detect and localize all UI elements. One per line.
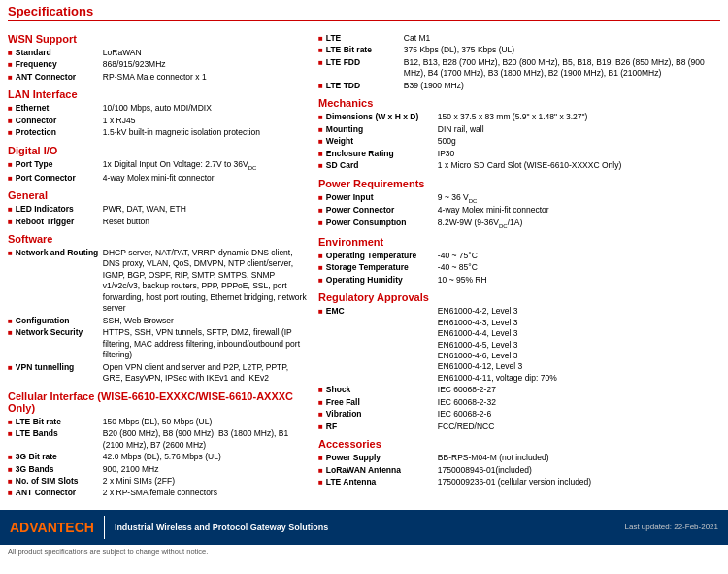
cell-3g-bitrate-row: ■ 3G Bit rate 42.0 Mbps (DL), 5.76 Mbps … [8,452,309,462]
wsn-ant-label: ANT Connector [16,72,103,83]
section-lan: LAN Interface [8,88,309,100]
mech-dim-row: ■ Dimensions (W x H x D) 150 x 37.5 x 83… [318,112,720,122]
bullet-icon: ■ [8,249,13,257]
reg-vibration-label: Vibration [326,409,438,420]
bullet-icon: ■ [8,218,13,226]
section-accessories: Accessories [318,438,720,450]
section-wsn-support: WSN Support [8,33,309,45]
sw-net-routing-label: Network and Routing [16,248,103,258]
reg-freefall-label: Free Fall [326,397,438,408]
lte-subsection: ■ LTE Cat M1 ■ LTE Bit rate 375 Kbps (DL… [318,33,720,91]
bullet-icon: ■ [318,206,323,215]
mech-dim-label: Dimensions (W x H x D) [326,112,438,122]
cell-ant-row: ■ ANT Connector 2 x RP-SMA female connec… [8,488,309,498]
lte-tdd-row: ■ LTE TDD B39 (1900 MHz) [318,81,720,91]
section-cellular: Cellular Interface (WISE-6610-EXXXC/WISE… [8,390,309,414]
reg-emc-value: EN61000-4-2, Level 3 EN61000-4-3, Level … [438,306,720,384]
bullet-icon: ■ [318,219,323,227]
bullet-icon: ■ [318,398,323,407]
bullet-icon: ■ [318,125,323,134]
gen-reboot-value: Reset button [103,217,309,227]
mech-sd-value: 1 x Micro SD Card Slot (WISE-6610-XXXXC … [438,160,720,171]
section-power: Power Requirements [318,178,720,189]
wsn-frequency-row: ■ Frequency 868/915/923MHz [8,59,309,70]
mech-enc-label: Enclosure Rating [326,149,438,159]
section-digital-io: Digital I/O [8,145,309,156]
pwr-connector-label: Power Connector [326,205,438,216]
gen-led-label: LED Indicators [16,204,103,215]
content-area: WSN Support ■ Standard LoRaWAN ■ Frequen… [0,27,728,504]
bullet-icon: ■ [8,477,13,486]
pwr-input-label: Power Input [326,192,438,203]
footer-divider [104,516,105,539]
reg-freefall-row: ■ Free Fall IEC 60068-2-32 [318,397,720,408]
bullet-icon: ■ [318,478,323,487]
env-storagetemp-label: Storage Temperature [326,262,438,273]
env-humidity-label: Operating Humidity [326,275,438,286]
dio-porttype-value: 1x Digital Input On Voltage: 2.7V to 36V… [103,159,309,172]
pwr-connector-value: 4-way Molex mini-fit connector [438,205,720,216]
cell-lte-bands-row: ■ LTE Bands B20 (800 MHz), B8 (900 MHz),… [8,428,309,451]
bullet-icon: ■ [8,160,13,169]
mech-weight-value: 500g [438,136,720,147]
acc-psu-label: Power Supply [326,453,438,463]
sw-net-routing-value: DHCP server, NAT/PAT, VRRP, dynamic DNS … [103,248,309,315]
sw-config-value: SSH, Web Browser [103,316,309,326]
pwr-consumption-value: 8.2W-9W (9-36VDC/1A) [438,218,720,230]
sw-vpn-label: VPN tunnelling [16,362,103,373]
wsn-standard-label: Standard [16,48,103,58]
cell-lte-bitrate-row: ■ LTE Bit rate 150 Mbps (DL), 50 Mbps (U… [8,417,309,427]
footer: ADVANTECH Industrial Wireless and Protoc… [0,510,728,545]
footer-note: All product specifications are subject t… [0,545,728,557]
wsn-standard-row: ■ Standard LoRaWAN [8,48,309,58]
pwr-input-row: ■ Power Input 9 ~ 36 VDC [318,192,720,205]
lte-bitrate-label: LTE Bit rate [326,45,404,55]
wsn-frequency-label: Frequency [16,59,103,70]
reg-emc-label: EMC [326,306,438,317]
gen-led-row: ■ LED Indicators PWR, DAT, WAN, ETH [8,204,309,215]
bullet-icon: ■ [8,489,13,497]
reg-rf-row: ■ RF FCC/RED/NCC [318,422,720,432]
env-storagetemp-value: -40 ~ 85°C [438,262,720,273]
bullet-icon: ■ [318,113,323,121]
reg-shock-value: IEC 60068-2-27 [438,385,720,395]
env-humidity-row: ■ Operating Humidity 10 ~ 95% RH [318,275,720,286]
bullet-icon: ■ [8,363,13,372]
mech-enc-row: ■ Enclosure Rating IP30 [318,149,720,159]
bullet-icon: ■ [8,317,13,325]
reg-rf-label: RF [326,422,438,432]
reg-shock-label: Shock [326,385,438,395]
logo-van: VANTECH [29,520,94,535]
bullet-icon: ■ [318,193,323,202]
reg-vibration-row: ■ Vibration IEC 60068-2-6 [318,409,720,420]
pwr-connector-row: ■ Power Connector 4-way Molex mini-fit c… [318,205,720,216]
lte-tdd-label: LTE TDD [326,81,404,91]
dio-portconn-label: Port Connector [16,173,103,184]
cell-sim-row: ■ No. of SIM Slots 2 x Mini SIMs (2FF) [8,476,309,487]
mech-mount-row: ■ Mounting DIN rail, wall [318,124,720,135]
lte-fdd-label: LTE FDD [326,57,404,68]
lan-connector-label: Connector [16,116,103,126]
dio-portconn-row: ■ Port Connector 4-way Molex mini-fit co… [8,173,309,184]
acc-lora-row: ■ LoRaWAN Antenna 1750008946-01(included… [318,465,720,476]
gen-reboot-row: ■ Reboot Trigger Reset button [8,217,309,227]
header-top: Specifications [0,0,728,27]
reg-rf-value: FCC/RED/NCC [438,422,720,432]
cell-lte-bands-label: LTE Bands [16,428,103,439]
mech-weight-label: Weight [326,136,438,147]
gen-led-value: PWR, DAT, WAN, ETH [103,204,309,215]
footer-logo: ADVANTECH [10,520,94,535]
sw-config-label: Configuration [16,316,103,326]
section-general: General [8,189,309,201]
bullet-icon: ■ [318,161,323,170]
sw-netsec-row: ■ Network Security HTTPS, SSH, VPN tunne… [8,327,309,360]
mech-weight-row: ■ Weight 500g [318,136,720,147]
bullet-icon: ■ [8,49,13,57]
logo-adv: AD [10,520,29,535]
reg-freefall-value: IEC 60068-2-32 [438,397,720,408]
left-column: WSN Support ■ Standard LoRaWAN ■ Frequen… [8,33,309,500]
mech-enc-value: IP30 [438,149,720,159]
lte-cat-label: LTE [326,33,404,44]
bullet-icon: ■ [318,263,323,272]
sw-netsec-label: Network Security [16,327,103,338]
